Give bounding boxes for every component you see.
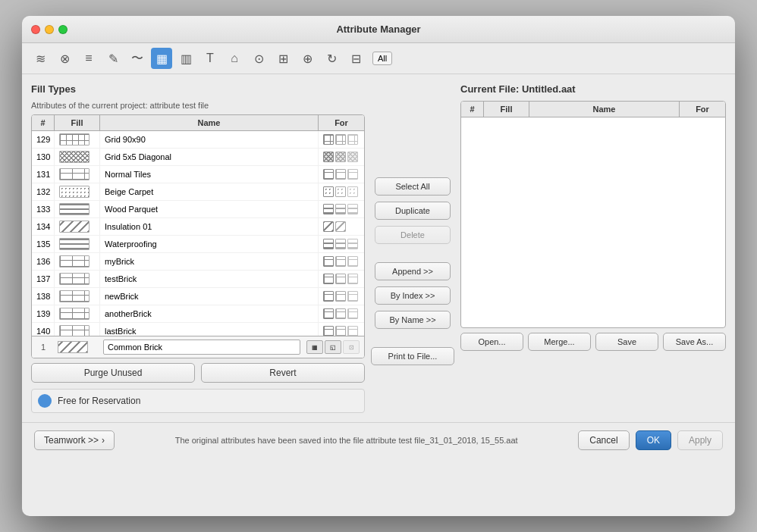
for-icons [323,221,346,232]
list-row[interactable]: 133 Wood Parquet [32,201,364,218]
edit-name-input[interactable] [103,340,300,355]
surface-icon[interactable]: ⊗ [54,48,75,69]
open-button[interactable]: Open... [460,333,523,351]
select-all-button[interactable]: Select All [375,177,451,196]
middle-buttons: Select All Duplicate Delete Append >> By… [365,83,460,413]
list-icon[interactable]: ≡ [78,48,99,69]
for-icons [323,169,358,180]
cell-name: anotherBrick [100,305,319,322]
cell-num: 131 [32,166,55,183]
right-col-num: # [461,102,484,117]
revert-button[interactable]: Revert [201,363,365,383]
text-icon[interactable]: T [199,48,221,69]
print-to-file-button[interactable]: Print to File... [371,347,454,365]
hatch-icon[interactable]: ▥ [175,48,196,69]
duplicate-button[interactable]: Duplicate [375,202,451,220]
for-icons [323,152,358,162]
right-list-container: # Fill Name For [460,101,726,328]
for-icons [323,326,358,336]
list-row[interactable]: 134 Insulation 01 [32,218,364,236]
cell-for [319,183,364,200]
cell-for [319,201,364,217]
cell-name: lastBrick [100,323,319,336]
cell-fill [55,236,100,252]
col-fill: Fill [55,115,100,130]
cell-for [319,271,364,287]
for-btn-2[interactable]: ◱ [325,340,341,354]
merge-button[interactable]: Merge... [528,333,591,351]
teamwork-button[interactable]: Teamwork >> › [34,430,115,450]
fill-active-icon[interactable]: ▦ [151,48,172,69]
fill-icon[interactable]: ≋ [30,48,51,69]
cell-fill [55,288,100,305]
list-row[interactable]: 140 lastBrick [32,323,364,336]
cell-name: Beige Carpet [100,183,319,200]
cell-num: 133 [32,201,55,217]
cell-for [319,288,364,305]
right-list-body[interactable] [461,117,725,315]
col-num: # [32,115,55,130]
list-row[interactable]: 139 anotherBrick [32,305,364,323]
cell-name: Grid 5x5 Diagonal [100,149,319,165]
wave-icon[interactable]: 〜 [127,48,148,69]
spin-icon[interactable]: ↻ [321,48,342,69]
apply-button[interactable]: Apply [677,430,723,450]
maximize-button[interactable] [58,25,68,34]
traffic-lights [31,25,68,34]
cell-name: Wood Parquet [100,201,319,217]
for-btn-1[interactable]: ▦ [306,340,323,354]
save-as-button[interactable]: Save As... [663,333,726,351]
for-icons [323,186,358,197]
for-btn-3[interactable]: ⊡ [343,340,360,354]
stamp-icon[interactable]: ⌂ [224,48,245,69]
cell-fill [55,183,100,200]
circle-icon[interactable]: ⊙ [248,48,269,69]
list-row[interactable]: 129 Grid 90x90 [32,131,364,149]
edit-fill-preview [55,338,100,356]
panels-row: Fill Types Attributes of the current pro… [22,74,735,422]
delete-button[interactable]: Delete [375,226,451,244]
list-row[interactable]: 136 myBrick [32,253,364,271]
ok-button[interactable]: OK [636,430,671,450]
append-button[interactable]: Append >> [375,262,451,280]
grid-icon2[interactable]: ⊞ [272,48,294,69]
cell-fill [55,201,100,217]
save-button[interactable]: Save [595,333,658,351]
cell-for [319,253,364,270]
list-row[interactable]: 130 Grid 5x5 Diagonal [32,149,364,166]
reservation-dot [38,394,52,408]
cell-fill [55,218,100,235]
cell-fill [55,305,100,322]
cell-name: newBrick [100,288,319,305]
list-row[interactable]: 138 newBrick [32,288,364,305]
list-row[interactable]: 131 Normal Tiles [32,166,364,183]
cell-fill [55,149,100,165]
list-row[interactable]: 137 testBrick [32,271,364,288]
cell-num: 137 [32,271,55,287]
pen-icon[interactable]: ✎ [102,48,124,69]
cell-for [319,323,364,336]
cell-fill [55,323,100,336]
by-name-button[interactable]: By Name >> [375,311,451,329]
cancel-button[interactable]: Cancel [578,430,629,450]
toolbar: ≋ ⊗ ≡ ✎ 〜 ▦ ▥ T ⌂ ⊙ ⊞ ⊕ ↻ ⊟ All [22,43,735,74]
list-row[interactable]: 135 Waterproofing [32,236,364,253]
all-button[interactable]: All [372,52,392,65]
cell-name: Grid 90x90 [100,131,319,148]
for-icons [323,274,358,284]
by-index-button[interactable]: By Index >> [375,286,451,305]
status-text: The original attributes have been saved … [124,436,569,445]
purge-unused-button[interactable]: Purge Unused [31,363,195,383]
reservation-bar: Free for Reservation [31,389,365,413]
table-icon[interactable]: ⊟ [345,48,366,69]
left-list-body[interactable]: 129 Grid 90x90 130 Grid 5x5 Diagonal [32,131,364,336]
globe-icon[interactable]: ⊕ [297,48,318,69]
edit-num: 1 [32,340,55,355]
cell-num: 138 [32,288,55,305]
list-row[interactable]: 132 Beige Carpet [32,183,364,201]
minimize-button[interactable] [45,25,54,34]
edit-for-icons: ▦ ◱ ⊡ [303,337,364,357]
teamwork-label: Teamwork >> [44,435,99,446]
cell-fill [55,253,100,270]
close-button[interactable] [31,25,40,34]
